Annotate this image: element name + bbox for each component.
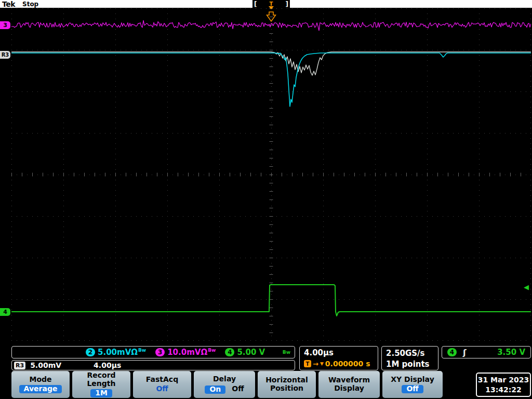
record-length-button[interactable]: Record Length 1M <box>72 371 130 398</box>
mode-button[interactable]: Mode Average <box>11 371 70 398</box>
trigger-source-badge: 4 <box>447 348 457 356</box>
ch3-bw-icon: Bw <box>208 348 216 353</box>
ch3-scale: 10.0mVΩBw <box>167 348 216 357</box>
fastacq-button[interactable]: FastAcq Off <box>133 371 191 398</box>
datetime-display: 31 Mar 2023 13:42:22 <box>476 373 531 397</box>
r3-badge: R3 <box>14 362 25 369</box>
timebase-readout-box[interactable]: 4.00µs T → ▼ 0.000000 s <box>299 346 378 370</box>
time-value: 13:42:22 <box>485 385 522 394</box>
delay-readout: T → ▼ 0.000000 s <box>304 360 374 368</box>
xy-display-button[interactable]: XY Display Off <box>382 371 443 398</box>
delay-off-option[interactable]: Off <box>232 385 244 393</box>
graticule-and-waveforms <box>11 8 531 341</box>
trigger-readout-box[interactable]: 4 ʃ 3.50 V <box>442 346 531 358</box>
channel-2-trace <box>11 53 531 107</box>
r3-scale: 5.00mV <box>30 361 61 369</box>
delay-button[interactable]: Delay On Off <box>194 371 255 398</box>
acquisition-status: Stop <box>22 1 38 8</box>
ch2-bw-icon: Bw <box>138 348 146 353</box>
trigger-slope-icon: ʃ <box>463 348 467 357</box>
mode-title: Mode <box>29 376 51 384</box>
acquisition-readout-box[interactable]: 2.50GS/s 1M points <box>381 346 438 370</box>
trigger-t-label: T <box>270 1 273 7</box>
delay-marker-icon: ▼ <box>320 361 324 366</box>
fastacq-value: Off <box>156 385 168 393</box>
tek-logo: Tek <box>2 0 15 8</box>
horizontal-title-1: Horizontal <box>265 376 308 384</box>
horizontal-position-button[interactable]: Horizontal Position <box>258 371 316 398</box>
fastacq-title: FastAcq <box>146 376 178 384</box>
ch4-bw-icon: Bw <box>283 350 290 355</box>
delay-on-option[interactable]: On <box>205 385 225 394</box>
ch3-badge: 3 <box>155 348 165 356</box>
ch4-level-marker-icon: ◀ <box>524 284 529 291</box>
trigger-t-badge: T <box>304 360 311 367</box>
xy-value: Off <box>402 385 423 393</box>
trigger-arrowhead-icon <box>269 6 274 9</box>
ch3-readout: 3 10.0mVΩBw <box>155 348 216 357</box>
trigger-caret-icon <box>267 12 276 21</box>
ch4-readout: 4 5.00 V <box>225 348 265 357</box>
left-bracket-icon: [ <box>254 1 257 8</box>
date-value: 31 Mar 2023 <box>478 375 529 384</box>
waveform-title-2: Display <box>334 384 364 393</box>
sample-rate: 2.50GS/s <box>386 348 434 359</box>
oscilloscope-ui: Tek Stop [ ] T 3 R3 4 ◀ 2 5.00mVΩBw 3 10… <box>0 0 532 399</box>
record-title-2: Length <box>87 380 115 388</box>
r3-timebase: 4.00µs <box>94 361 121 369</box>
waveform-title-1: Waveform <box>328 376 370 384</box>
horizontal-position-value: 0.000000 s <box>325 360 370 368</box>
right-bracket-icon: ] <box>286 1 288 8</box>
channel-4-tag[interactable]: 4 <box>0 308 10 316</box>
record-points: 1M points <box>386 359 434 370</box>
record-length-value: 1M <box>90 389 112 397</box>
reference-readout-box[interactable]: R3 5.00mV 4.00µs <box>11 360 295 370</box>
ch2-badge: 2 <box>86 348 95 356</box>
horizontal-title-2: Position <box>270 384 303 393</box>
xy-title: XY Display <box>391 376 434 384</box>
bottom-menu-bar: Mode Average Record Length 1M FastAcq Of… <box>11 371 443 398</box>
timebase-scale: 4.00µs <box>304 348 374 357</box>
arrow-right-icon: → <box>313 360 318 368</box>
reference-r3-tag[interactable]: R3 <box>0 51 10 59</box>
ch4-scale: 5.00 V <box>237 348 265 357</box>
ch4-badge: 4 <box>225 348 234 356</box>
mode-value: Average <box>19 385 62 393</box>
waveform-display <box>11 8 531 341</box>
channel-3-tag[interactable]: 3 <box>0 21 10 29</box>
waveform-display-button[interactable]: Waveform Display <box>318 371 380 398</box>
delay-toggle: On Off <box>205 384 244 394</box>
channel-readouts-box[interactable]: 2 5.00mVΩBw 3 10.0mVΩBw 4 5.00 V Bw <box>11 346 295 358</box>
record-title-1: Record <box>87 371 115 380</box>
trigger-level-value: 3.50 V <box>497 348 525 357</box>
delay-title: Delay <box>213 375 236 383</box>
trigger-t-icon[interactable]: T <box>266 1 276 24</box>
ch2-readout: 2 5.00mVΩBw <box>86 348 146 357</box>
ch2-scale: 5.00mVΩBw <box>98 348 146 357</box>
